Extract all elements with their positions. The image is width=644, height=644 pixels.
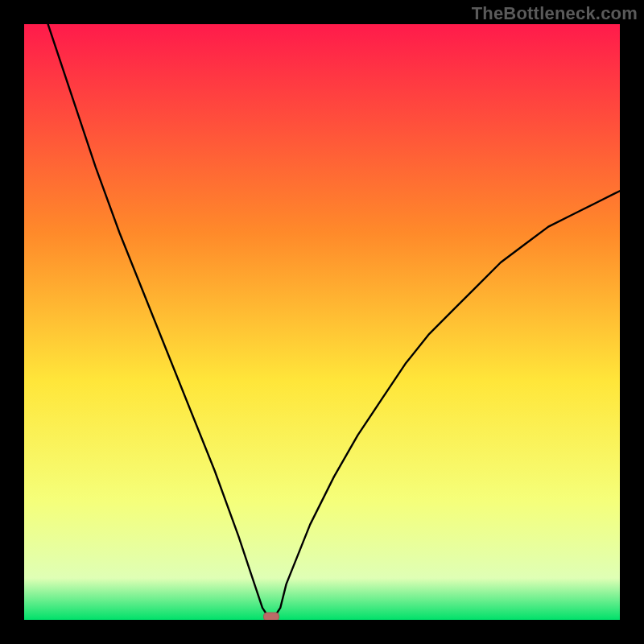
watermark-text: TheBottleneck.com (472, 3, 638, 24)
plot-area (24, 24, 620, 620)
chart-frame: TheBottleneck.com (0, 0, 644, 644)
optimal-marker (263, 613, 279, 620)
plot-svg (24, 24, 620, 620)
gradient-background (24, 24, 620, 620)
